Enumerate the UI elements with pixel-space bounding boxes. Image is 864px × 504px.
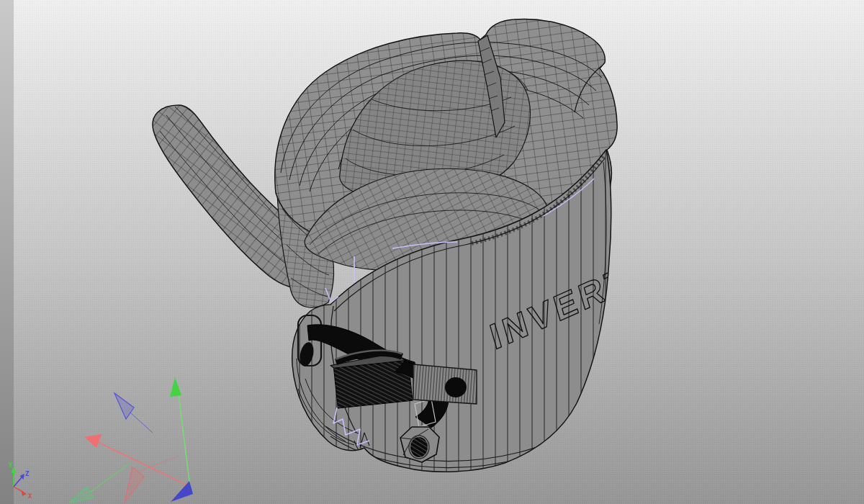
- viewport-canvas[interactable]: INVERT: [0, 0, 864, 504]
- axis-x-label: X: [28, 492, 32, 500]
- left-panel-edge: [0, 0, 14, 504]
- axis-z-label: Z: [25, 470, 30, 477]
- ratchet-strap-band[interactable]: [413, 364, 477, 404]
- viewport-3d[interactable]: INVERT: [0, 0, 864, 504]
- axis-y-label: Y: [9, 462, 13, 469]
